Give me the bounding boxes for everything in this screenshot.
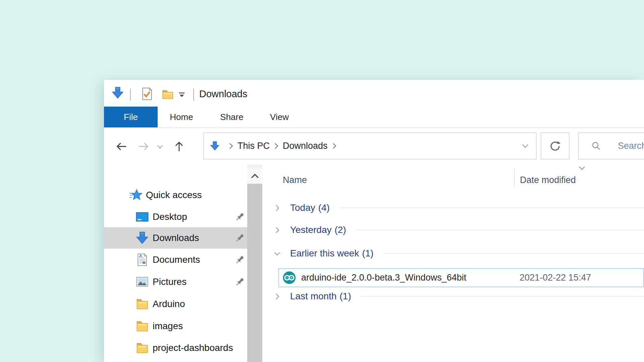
chevron-right-icon[interactable] — [273, 226, 281, 234]
sidebar-item-desktop[interactable]: Desktop — [104, 206, 247, 228]
up-arrow-icon[interactable] — [173, 140, 185, 153]
chevron-right-icon[interactable] — [273, 293, 281, 300]
pin-icon — [234, 211, 246, 223]
toolbar-separator — [130, 88, 131, 101]
sidebar-item-label: Documents — [153, 254, 200, 265]
group-rule — [339, 207, 644, 208]
chevron-down-icon[interactable] — [273, 250, 281, 257]
address-dropdown-chevron-icon[interactable] — [521, 143, 529, 149]
downloads-arrow-icon — [209, 140, 220, 152]
new-folder-icon[interactable] — [160, 87, 176, 101]
refresh-button[interactable] — [541, 132, 570, 160]
recent-locations-chevron-icon[interactable] — [156, 143, 164, 150]
group-count: (1) — [362, 248, 373, 259]
group-header-earlier-this-week[interactable]: Earlier this week (1) — [268, 246, 644, 261]
back-arrow-icon[interactable] — [115, 140, 127, 153]
file-list: Name Date modified Today (4) Yesterday (… — [268, 164, 644, 362]
group-label: Today — [290, 202, 315, 213]
folder-icon — [135, 341, 150, 355]
group-label: Yesterday — [290, 225, 332, 235]
tab-view[interactable]: View — [258, 107, 301, 127]
sidebar-item-project-dashboards[interactable]: project-dashboards — [104, 337, 247, 359]
pin-icon — [234, 254, 246, 265]
group-count: (4) — [318, 202, 330, 213]
desktop-icon — [135, 209, 150, 224]
tab-share[interactable]: Share — [210, 107, 254, 127]
quick-access-star-icon — [129, 188, 143, 202]
window-title: Downloads — [199, 88, 247, 100]
sidebar-item-label: Pictures — [153, 277, 186, 287]
sidebar-item-label: images — [153, 321, 183, 331]
downloads-arrow-icon — [111, 86, 125, 100]
toolbar-separator — [193, 88, 194, 101]
document-icon — [135, 252, 150, 267]
folder-icon — [135, 297, 150, 311]
tab-file[interactable]: File — [104, 107, 158, 127]
breadcrumb-chevron-icon[interactable] — [331, 142, 337, 149]
group-label: Last month — [290, 291, 337, 302]
properties-check-document-icon[interactable] — [140, 86, 154, 101]
arduino-icon — [282, 271, 296, 285]
group-rule — [361, 296, 644, 297]
pictures-icon — [135, 275, 150, 289]
sort-chevron-icon[interactable] — [578, 166, 586, 171]
sidebar-item-quick-access[interactable]: Quick access — [104, 184, 247, 206]
sidebar-item-documents[interactable]: Documents — [104, 249, 247, 270]
tab-home[interactable]: Home — [160, 107, 203, 127]
group-label: Earlier this week — [290, 248, 359, 259]
column-header-name[interactable]: Name — [283, 175, 307, 185]
group-count: (1) — [340, 291, 351, 302]
group-header-last-month[interactable]: Last month (1) — [268, 289, 644, 304]
group-header-yesterday[interactable]: Yesterday (2) — [268, 223, 644, 237]
column-separator[interactable] — [514, 168, 515, 187]
sidebar-item-downloads[interactable]: Downloads — [104, 227, 247, 249]
sidebar-item-label: Quick access — [146, 190, 202, 200]
breadcrumb-this-pc[interactable]: This PC — [237, 141, 270, 151]
group-header-today[interactable]: Today (4) — [268, 200, 644, 215]
customize-toolbar-caret-icon[interactable] — [178, 92, 185, 98]
pin-icon — [234, 276, 246, 288]
address-bar[interactable]: This PC Downloads — [203, 132, 537, 160]
file-row-arduino-ide[interactable]: arduino-ide_2.0.0-beta.3_Windows_64bit 2… — [278, 268, 644, 287]
folder-icon — [135, 319, 150, 334]
group-rule — [356, 230, 644, 230]
refresh-icon — [549, 140, 561, 152]
breadcrumb-chevron-icon[interactable] — [228, 142, 234, 149]
group-count: (2) — [335, 225, 346, 235]
sidebar-item-label: Desktop — [153, 212, 187, 222]
breadcrumb-downloads[interactable]: Downloads — [283, 141, 328, 151]
sidebar-item-label: project-dashboards — [153, 343, 233, 353]
sidebar-item-label: Arduino — [153, 299, 185, 309]
sidebar-item-arduino[interactable]: Arduino — [104, 293, 247, 315]
file-name: arduino-ide_2.0.0-beta.3_Windows_64bit — [301, 273, 466, 283]
magnifier-icon — [591, 141, 601, 151]
downloads-arrow-icon — [135, 231, 150, 245]
chevron-up-icon — [251, 173, 259, 179]
scrollbar-up-button[interactable] — [247, 168, 262, 184]
sidebar-item-pictures[interactable]: Pictures — [104, 271, 247, 293]
file-explorer-window: Downloads File Home Share View This PC D… — [104, 80, 644, 362]
column-header-date-modified[interactable]: Date modified — [520, 175, 576, 185]
chevron-right-icon[interactable] — [273, 204, 281, 212]
breadcrumb-chevron-icon[interactable] — [273, 142, 279, 149]
forward-arrow-icon[interactable] — [138, 140, 150, 153]
search-box[interactable]: Search — [578, 132, 644, 160]
sidebar-scrollbar[interactable] — [247, 164, 262, 362]
group-rule — [383, 253, 644, 254]
scrollbar-thumb[interactable] — [247, 184, 262, 362]
file-date-modified: 2021-02-22 15:47 — [520, 273, 591, 283]
search-placeholder: Search — [618, 141, 644, 151]
sidebar-item-images[interactable]: images — [104, 315, 247, 337]
ribbon-divider — [104, 127, 644, 128]
pin-icon — [234, 232, 246, 244]
sidebar-item-label: Downloads — [153, 233, 199, 243]
